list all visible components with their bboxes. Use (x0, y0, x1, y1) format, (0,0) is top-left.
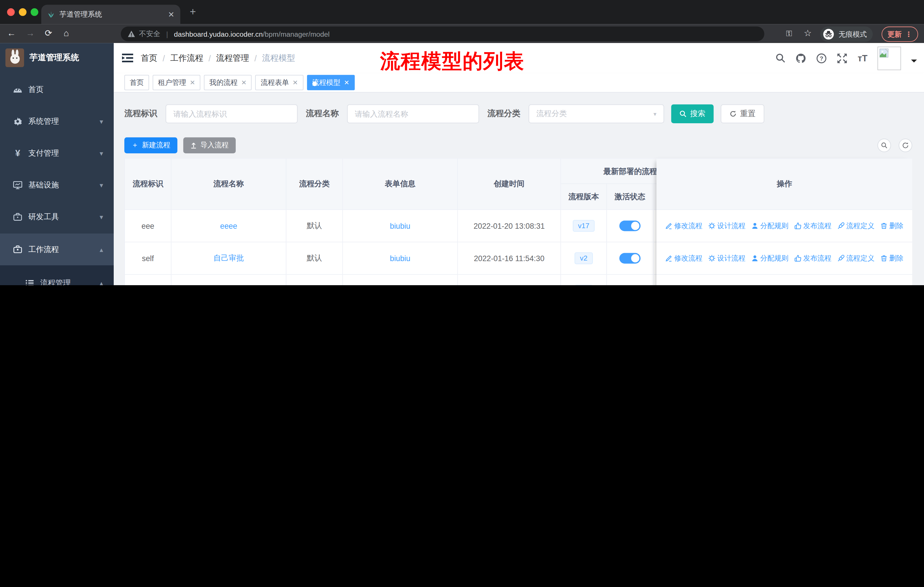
avatar[interactable] (877, 46, 901, 70)
list-icon (25, 278, 34, 285)
refresh-icon (729, 110, 737, 117)
cell-category: OA (286, 275, 343, 285)
back-icon[interactable]: ← (7, 28, 16, 38)
sidebar-item-devtools[interactable]: 研发工具 ▼ (0, 201, 114, 233)
close-icon[interactable]: ✕ (241, 79, 247, 86)
modify-process-link[interactable]: 修改流程 (665, 253, 703, 263)
edit-icon (665, 255, 673, 262)
tag-process-model[interactable]: 流程模型✕ (307, 75, 355, 90)
breadcrumb-process-management[interactable]: 流程管理 (216, 53, 249, 63)
col-header-created: 创建时间 (458, 159, 561, 210)
create-process-button[interactable]: ＋新建流程 (124, 137, 177, 153)
window-minimize-button[interactable] (19, 8, 26, 16)
import-process-button[interactable]: 导入流程 (183, 137, 236, 153)
window-close-button[interactable] (7, 8, 15, 16)
github-icon[interactable] (796, 53, 806, 63)
kebab-menu-icon[interactable]: ⋮ (905, 30, 912, 38)
close-icon[interactable]: ✕ (292, 79, 298, 86)
header-actions: ? ᴛT (776, 43, 917, 73)
assign-rule-link[interactable]: 分配规则 (751, 253, 789, 263)
process-definition-link[interactable]: 流程定义 (838, 253, 875, 263)
tag-bar: 首页 租户管理✕ 我的流程✕ 流程表单✕ 流程模型✕ (114, 73, 924, 93)
search-icon[interactable] (776, 53, 786, 63)
modify-process-link[interactable]: 修改流程 (665, 221, 703, 231)
cell-id: self (125, 243, 172, 275)
filter-id-input[interactable] (165, 104, 298, 123)
incognito-icon (823, 28, 834, 40)
search-button[interactable]: 搜索 (671, 104, 713, 123)
reload-icon[interactable]: ⟳ (45, 28, 52, 38)
tag-my-process[interactable]: 我的流程✕ (204, 75, 252, 90)
svg-text:?: ? (820, 55, 824, 61)
publish-process-link[interactable]: 发布流程 (794, 253, 832, 263)
avatar-caret-icon[interactable] (911, 60, 917, 65)
close-icon[interactable]: ✕ (190, 79, 195, 86)
forward-icon[interactable]: → (26, 28, 35, 38)
browser-tab[interactable]: 芋道管理系统 ✕ (41, 5, 180, 24)
active-dot (312, 81, 317, 86)
col-header-name: 流程名称 (172, 159, 286, 210)
filter-category-select[interactable]: 流程分类 ▾ (528, 104, 664, 123)
refresh-table-button[interactable] (899, 139, 912, 152)
breadcrumb-workflow[interactable]: 工作流程 (170, 53, 203, 63)
address-bar[interactable]: 不安全 | dashboard.yudao.iocoder.cn/bpm/man… (121, 26, 764, 41)
process-model-table: 流程标识 流程名称 流程分类 表单信息 创建时间 最新部署的流程定义 流程版本 … (124, 158, 912, 285)
cell-id: eee (125, 210, 172, 242)
help-icon[interactable]: ? (816, 53, 827, 63)
filter-name-input[interactable] (347, 104, 479, 123)
home-icon[interactable]: ⌂ (64, 28, 69, 38)
app-title: 芋道管理系统 (30, 53, 79, 63)
bookmark-star-icon[interactable]: ☆ (804, 28, 812, 38)
version-badge[interactable]: v2 (574, 253, 592, 264)
favicon-icon (47, 11, 55, 18)
sidebar-item-workflow[interactable]: 工作流程 ▲ (0, 233, 114, 265)
user-icon (751, 255, 759, 262)
publish-process-link[interactable]: 发布流程 (794, 221, 832, 231)
process-name-link[interactable]: eeee (220, 222, 238, 230)
thumb-up-icon (794, 255, 802, 262)
filter-name-label: 流程名称 (306, 109, 339, 119)
key-icon[interactable]: ⚿ (786, 29, 792, 38)
tag-process-form[interactable]: 流程表单✕ (256, 75, 303, 90)
chevron-down-icon: ▼ (99, 214, 104, 220)
sidebar-item-home[interactable]: 首页 (0, 74, 114, 106)
active-toggle[interactable] (619, 220, 640, 231)
design-process-link[interactable]: 设计流程 (708, 253, 746, 263)
new-tab-button[interactable]: + (190, 7, 196, 17)
sidebar-item-system[interactable]: 系统管理 ▼ (0, 106, 114, 137)
form-link[interactable]: biubiu (390, 254, 410, 263)
tag-home[interactable]: 首页 (124, 75, 149, 90)
edit-icon (665, 222, 673, 230)
sidebar-item-process-management[interactable]: 流程管理 ▲ (0, 267, 114, 285)
table-toolbar: ＋新建流程 导入流程 (124, 137, 236, 153)
font-size-icon[interactable]: ᴛT (858, 53, 868, 63)
gear-icon (708, 222, 716, 230)
process-definition-link[interactable]: 流程定义 (838, 221, 875, 231)
form-link[interactable]: biubiu (390, 222, 410, 230)
delete-link[interactable]: 删除 (881, 253, 903, 263)
chevron-down-icon: ▼ (99, 118, 104, 125)
update-button[interactable]: 更新 ⋮ (882, 26, 918, 42)
delete-link[interactable]: 删除 (881, 221, 903, 231)
tab-close-icon[interactable]: ✕ (168, 10, 175, 19)
reset-button[interactable]: 重置 (721, 104, 764, 123)
collapse-sidebar-icon[interactable] (122, 53, 133, 63)
sidebar-item-infrastructure[interactable]: 基础设施 ▼ (0, 169, 114, 201)
version-badge[interactable]: v5 (574, 285, 592, 285)
fullscreen-icon[interactable] (837, 53, 848, 63)
active-toggle[interactable] (619, 253, 640, 264)
content-area: 首页/ 工作流程/ 流程管理/ 流程模型 ? ᴛT 流程模型的列表 (114, 43, 924, 285)
close-icon[interactable]: ✕ (344, 79, 350, 86)
show-search-button[interactable] (877, 139, 891, 152)
monitor-icon (13, 180, 22, 190)
sidebar-item-payment[interactable]: ¥ 支付管理 ▼ (0, 137, 114, 169)
window-zoom-button[interactable] (31, 8, 38, 16)
tag-tenant[interactable]: 租户管理✕ (153, 75, 201, 90)
assign-rule-link[interactable]: 分配规则 (751, 221, 789, 231)
cell-created: 2022-01-20 13:08:31 (458, 210, 561, 242)
breadcrumb-home[interactable]: 首页 (141, 53, 158, 63)
design-process-link[interactable]: 设计流程 (708, 221, 746, 231)
briefcase-icon (13, 212, 22, 222)
version-badge[interactable]: v17 (573, 220, 595, 231)
process-name-link[interactable]: 自己审批 (213, 253, 244, 264)
